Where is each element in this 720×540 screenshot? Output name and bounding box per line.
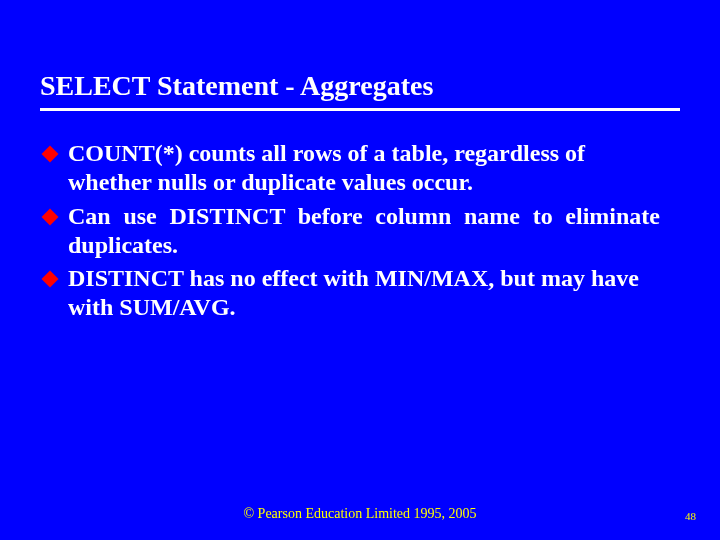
footer-copyright: © Pearson Education Limited 1995, 2005 <box>0 506 720 522</box>
diamond-icon <box>42 271 59 288</box>
list-item: Can use DISTINCT before column name to e… <box>40 202 660 261</box>
slide-title: SELECT Statement - Aggregates <box>40 70 680 111</box>
bullet-text: DISTINCT has no effect with MIN/MAX, but… <box>68 265 639 320</box>
bullet-list: COUNT(*) counts all rows of a table, reg… <box>40 139 660 323</box>
slide: SELECT Statement - Aggregates COUNT(*) c… <box>0 0 720 540</box>
diamond-icon <box>42 208 59 225</box>
list-item: COUNT(*) counts all rows of a table, reg… <box>40 139 660 198</box>
page-number: 48 <box>685 510 696 522</box>
list-item: DISTINCT has no effect with MIN/MAX, but… <box>40 264 660 323</box>
bullet-text: Can use DISTINCT before column name to e… <box>68 203 660 258</box>
bullet-text: COUNT(*) counts all rows of a table, reg… <box>68 140 585 195</box>
diamond-icon <box>42 146 59 163</box>
